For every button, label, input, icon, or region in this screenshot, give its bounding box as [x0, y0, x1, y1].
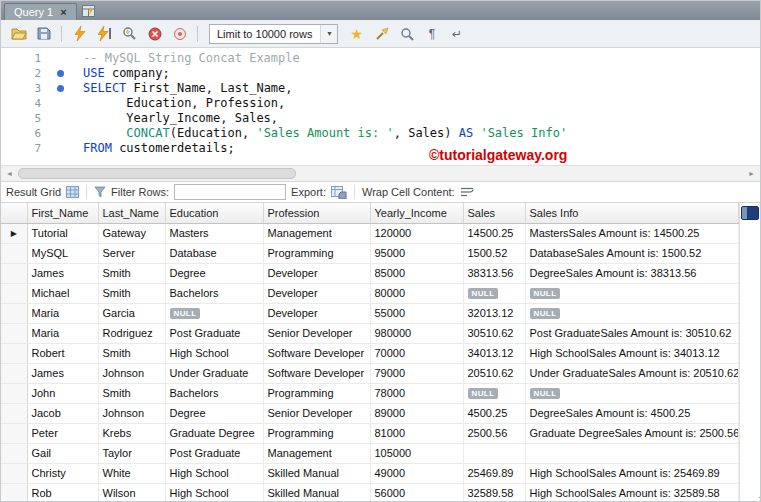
grid-cell[interactable]: Programming [263, 243, 370, 263]
grid-cell[interactable]: MastersSales Amount is: 14500.25 [525, 223, 738, 243]
row-selector[interactable] [1, 323, 27, 343]
grid-cell[interactable]: NULL [165, 303, 263, 323]
grid-cell[interactable]: Tutorial [27, 223, 98, 243]
table-row[interactable]: MariaRodriguezPost GraduateSenior Develo… [1, 323, 738, 343]
grid-cell[interactable]: Bachelors [165, 383, 263, 403]
grid-cell[interactable]: James [27, 263, 98, 283]
code-line[interactable]: 2USE company; [1, 66, 760, 81]
grid-cell[interactable]: NULL [525, 283, 738, 303]
grid-cell[interactable]: MySQL [27, 243, 98, 263]
grid-cell[interactable]: 85000 [370, 263, 463, 283]
grid-cell[interactable]: 120000 [370, 223, 463, 243]
grid-cell[interactable]: Post GraduateSales Amount is: 30510.62 [525, 323, 738, 343]
execute-current-statement-icon[interactable] [93, 23, 116, 44]
grid-cell[interactable]: Management [263, 223, 370, 243]
grid-cell[interactable]: 105000 [370, 443, 463, 463]
grid-cell[interactable]: 79000 [370, 363, 463, 383]
grid-cell[interactable]: High SchoolSales Amount is: 32589.58 [525, 483, 738, 502]
grid-cell[interactable]: John [27, 383, 98, 403]
grid-cell[interactable]: Degree [165, 403, 263, 423]
row-selector[interactable] [1, 383, 27, 403]
grid-cell[interactable]: Developer [263, 283, 370, 303]
code-line[interactable]: 3SELECT First_Name, Last_Name, [1, 81, 760, 96]
grid-cell[interactable]: Server [98, 243, 165, 263]
editor-horizontal-scrollbar[interactable]: ◄ ► [1, 165, 760, 182]
grid-cell[interactable]: Masters [165, 223, 263, 243]
grid-cell[interactable]: Johnson [98, 403, 165, 423]
grid-cell[interactable]: Management [263, 443, 370, 463]
grid-cell[interactable]: Degree [165, 263, 263, 283]
grid-cell[interactable]: High SchoolSales Amount is: 34013.12 [525, 343, 738, 363]
execute-icon[interactable] [68, 23, 91, 44]
beautify-script-icon[interactable] [370, 23, 393, 44]
grid-cell[interactable]: Johnson [98, 363, 165, 383]
row-selector[interactable] [1, 463, 27, 483]
grid-cell[interactable]: Wilson [98, 483, 165, 502]
grid-cell[interactable]: DegreeSales Amount is: 38313.56 [525, 263, 738, 283]
grid-cell[interactable]: Maria [27, 303, 98, 323]
row-selector[interactable] [1, 363, 27, 383]
grid-cell[interactable]: NULL [525, 303, 738, 323]
new-query-tab-table-icon[interactable] [82, 5, 95, 17]
grid-cell[interactable]: Smith [98, 383, 165, 403]
code-line[interactable]: 4 Education, Profession, [1, 96, 760, 111]
table-row[interactable]: JamesJohnsonUnder GraduateSoftware Devel… [1, 363, 738, 383]
chevron-down-icon[interactable]: ▼ [320, 25, 337, 43]
grid-cell[interactable]: Robert [27, 343, 98, 363]
grid-cell[interactable]: 14500.25 [463, 223, 525, 243]
grid-cell[interactable]: 49000 [370, 463, 463, 483]
grid-cell[interactable]: 1500.52 [463, 243, 525, 263]
table-row[interactable]: RobWilsonHigh SchoolSkilled Manual560003… [1, 483, 738, 502]
column-header[interactable]: Education [165, 203, 263, 223]
grid-cell[interactable]: 89000 [370, 403, 463, 423]
row-selector[interactable] [1, 283, 27, 303]
grid-cell[interactable]: Krebs [98, 423, 165, 443]
grid-cell[interactable]: Developer [263, 303, 370, 323]
column-header[interactable]: First_Name [27, 203, 98, 223]
grid-cell[interactable]: Under Graduate [165, 363, 263, 383]
column-header[interactable]: Last_Name [98, 203, 165, 223]
grid-cell[interactable]: Garcia [98, 303, 165, 323]
grid-cell[interactable]: Gateway [98, 223, 165, 243]
grid-cell[interactable]: Skilled Manual [263, 483, 370, 502]
result-grid-panel-toggle-icon[interactable] [741, 206, 759, 220]
filter-rows-input[interactable] [174, 184, 286, 200]
grid-cell[interactable]: Taylor [98, 443, 165, 463]
column-header[interactable]: Sales Info [525, 203, 738, 223]
grid-cell[interactable]: Maria [27, 323, 98, 343]
grid-cell[interactable]: Gail [27, 443, 98, 463]
grid-cell[interactable]: Rodriguez [98, 323, 165, 343]
grid-cell[interactable]: Under GraduateSales Amount is: 20510.62 [525, 363, 738, 383]
close-tab-icon[interactable]: × [60, 7, 66, 18]
grid-cell[interactable]: High School [165, 343, 263, 363]
grid-cell[interactable]: Software Developer [263, 343, 370, 363]
grid-cell[interactable]: Post Graduate [165, 443, 263, 463]
table-row[interactable]: MichaelSmithBachelorsDeveloper80000NULLN… [1, 283, 738, 303]
row-selector[interactable] [1, 303, 27, 323]
grid-cell[interactable]: 32013.12 [463, 303, 525, 323]
grid-cell[interactable]: DatabaseSales Amount is: 1500.52 [525, 243, 738, 263]
tab-query-1[interactable]: Query 1 × [4, 3, 77, 20]
grid-cell[interactable] [525, 443, 738, 463]
grid-cell[interactable]: 78000 [370, 383, 463, 403]
grid-cell[interactable]: 32589.58 [463, 483, 525, 502]
grid-cell[interactable]: 80000 [370, 283, 463, 303]
grid-cell[interactable] [463, 443, 525, 463]
grid-cell[interactable]: NULL [463, 383, 525, 403]
grid-cell[interactable]: NULL [525, 383, 738, 403]
table-row[interactable]: MySQLServerDatabaseProgramming950001500.… [1, 243, 738, 263]
grid-cell[interactable]: James [27, 363, 98, 383]
row-selector[interactable] [1, 443, 27, 463]
grid-cell[interactable]: High School [165, 483, 263, 502]
export-recordset-icon[interactable] [331, 186, 347, 199]
grid-cell[interactable]: Skilled Manual [263, 463, 370, 483]
table-row[interactable]: ▶TutorialGatewayMastersManagement1200001… [1, 223, 738, 243]
grid-cell[interactable]: Software Developer [263, 363, 370, 383]
row-selector[interactable] [1, 243, 27, 263]
grid-cell[interactable]: 38313.56 [463, 263, 525, 283]
grid-cell[interactable]: 30510.62 [463, 323, 525, 343]
grid-cell[interactable]: 56000 [370, 483, 463, 502]
find-icon[interactable] [395, 23, 418, 44]
wrap-cell-content-icon[interactable] [460, 186, 475, 198]
grid-cell[interactable]: 4500.25 [463, 403, 525, 423]
